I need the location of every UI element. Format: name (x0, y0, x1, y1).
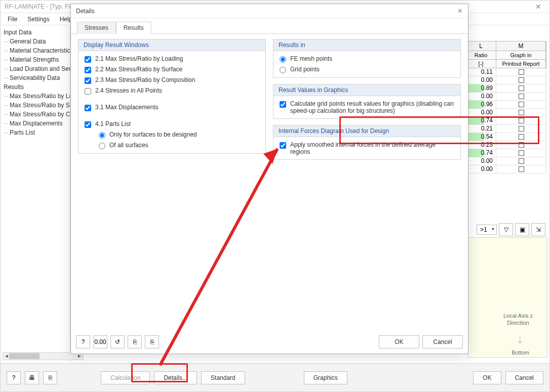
nav-item-parts-list[interactable]: Parts List (1, 128, 70, 137)
group-internal-forces: Internal Forces Diagram Used for Design … (273, 125, 461, 160)
window-close-icon[interactable]: ✕ (531, 3, 545, 11)
filter-select[interactable]: >1 (477, 225, 497, 235)
nav-item-max-loading[interactable]: Max Stress/Ratio by Lo (1, 92, 70, 101)
table-row[interactable]: 0.96 (465, 101, 546, 109)
checkbox-cell[interactable] (496, 157, 546, 165)
checkbox-cell[interactable] (496, 133, 546, 141)
nav-item-max-composition[interactable]: Max Stress/Ratio by Co (1, 110, 70, 119)
checkbox-cell[interactable] (496, 165, 546, 173)
group-display-windows: Display Result Windows 2.1 Max Stress/Ra… (78, 39, 266, 154)
table-row[interactable]: 0.00 (465, 165, 546, 173)
table-row[interactable]: 0.00 (465, 109, 546, 117)
filter-icon[interactable]: ▽ (499, 223, 513, 236)
print-icon[interactable]: 🖶 (25, 371, 39, 384)
help-icon[interactable]: ? (7, 371, 21, 384)
dialog-button-bar: ? 0.00 ↺ ⎘ ⎘ OK Cancel (76, 335, 463, 349)
nav-item-general-data[interactable]: General Data (1, 37, 70, 46)
scroll-thumb[interactable] (9, 353, 40, 359)
checkbox-cell[interactable] (496, 68, 546, 76)
dlg-reset-icon[interactable]: ↺ (110, 335, 125, 349)
dlg-copy2-icon[interactable]: ⎘ (145, 335, 159, 349)
table-row[interactable]: 0.00 (465, 93, 546, 101)
ratio-cell: 0.00 (466, 165, 496, 173)
nav-item-serviceability[interactable]: Serviceability Data (1, 73, 70, 82)
nav-item-max-displacements[interactable]: Max Displacements (1, 119, 70, 128)
dlg-ok-button[interactable]: OK (379, 335, 419, 349)
checkbox-cell[interactable] (496, 84, 546, 92)
dlg-help-icon[interactable]: ? (76, 335, 90, 349)
checkbox-cell[interactable] (496, 141, 546, 149)
chk-calc-grid[interactable]: Calculate grid points result values for … (280, 100, 454, 114)
standard-button[interactable]: Standard (201, 371, 245, 384)
col-ratio-unit: [-] (466, 60, 496, 68)
nav-item-load-duration[interactable]: Load Duration and Serv (1, 64, 70, 73)
nav-item-material-strengths[interactable]: Material Strengths (1, 55, 70, 64)
dialog-titlebar: Details ✕ (71, 4, 468, 18)
chk-24[interactable]: 2.4 Stresses in All Points (85, 87, 259, 95)
axis-arrow-icon: ↓ (517, 332, 523, 346)
ratio-cell: 0.96 (466, 101, 496, 108)
filter-toolbar: >1 ▽ ▣ ⇲ (477, 223, 545, 236)
checkbox-cell[interactable] (496, 109, 546, 116)
checkbox-cell[interactable] (496, 93, 546, 100)
col-report: Printout Report (496, 60, 546, 68)
table-row[interactable]: 0.23 (465, 141, 546, 149)
ratio-cell: 0.23 (466, 141, 496, 149)
chk-23[interactable]: 2.3 Max Stress/Ratio by Composition (85, 76, 259, 84)
chk-31[interactable]: 3.1 Max Displacements (85, 104, 259, 111)
radio-fe-mesh[interactable]: FE mesh points (280, 55, 454, 63)
table-row[interactable]: 0.21 (465, 125, 546, 133)
tab-stresses[interactable]: Stresses (77, 22, 116, 34)
checkbox-cell[interactable] (496, 117, 546, 124)
radio-only-surfaces[interactable]: Only for surfaces to be designed (99, 131, 259, 139)
checkbox-cell[interactable] (496, 101, 546, 108)
nav-item-max-surface[interactable]: Max Stress/Ratio by Su (1, 101, 70, 110)
col-graph: Graph in (496, 51, 546, 59)
table-row[interactable]: 0.74 (465, 117, 546, 125)
dlg-cancel-button[interactable]: Cancel (422, 335, 463, 349)
radio-grid-points[interactable]: Grid points (280, 66, 454, 73)
group-result-values: Result Values in Graphics Calculate grid… (273, 84, 461, 119)
chk-22[interactable]: 2.2 Max Stress/Ratio by Surface (85, 66, 259, 73)
export-report-icon[interactable]: ⎘ (43, 371, 57, 384)
checkbox-cell[interactable] (496, 149, 546, 157)
dialog-close-icon[interactable]: ✕ (457, 7, 463, 15)
table-row[interactable]: 0.11 (465, 68, 546, 76)
chart-icon[interactable]: ▣ (515, 223, 529, 236)
nav-tree: Input Data General Data Material Charact… (1, 26, 70, 361)
menu-file[interactable]: File (4, 15, 21, 24)
ratio-cell: 0.54 (466, 133, 496, 141)
dlg-precision-icon[interactable]: 0.00 (93, 335, 107, 349)
graphics-button[interactable]: Graphics (304, 371, 347, 384)
axis-label: Local Axis z Direction (498, 312, 538, 327)
checkbox-cell[interactable] (496, 125, 546, 133)
export-icon[interactable]: ⇲ (531, 223, 545, 236)
nav-group-input[interactable]: Input Data (1, 28, 70, 37)
tab-results[interactable]: Results (116, 22, 151, 34)
cancel-button[interactable]: Cancel (505, 371, 543, 384)
ratio-cell: 0.00 (466, 157, 496, 165)
table-row[interactable]: 0.54 (465, 133, 546, 141)
menu-settings[interactable]: Settings (23, 15, 53, 24)
table-row[interactable]: 0.89 (465, 84, 546, 93)
table-row[interactable]: 0.00 (465, 157, 546, 165)
chk-smoothed-forces[interactable]: Apply smoothed internal forces in the de… (280, 141, 454, 155)
nav-item-material-characteristics[interactable]: Material Characteristics (1, 46, 70, 55)
chk-41[interactable]: 4.1 Parts List (85, 120, 259, 128)
nav-group-results[interactable]: Results (1, 82, 70, 92)
radio-all-surfaces[interactable]: Of all surfaces (99, 142, 259, 149)
ok-button[interactable]: OK (473, 371, 501, 384)
checkbox-cell[interactable] (496, 76, 546, 84)
col-l: L (466, 41, 496, 51)
table-row[interactable]: 0.00 (465, 76, 546, 84)
ratio-cell: 0.74 (466, 117, 496, 124)
ratio-cell: 0.21 (466, 125, 496, 133)
chk-21[interactable]: 2.1 Max Stress/Ratio by Loading (85, 55, 259, 63)
table-row[interactable]: 0.74 (465, 149, 546, 157)
col-m: M (496, 41, 546, 51)
dialog-title: Details (76, 8, 457, 15)
details-button[interactable]: Details... (154, 371, 197, 384)
group-results-in: Results in FE mesh points Grid points (273, 39, 461, 78)
calculation-button[interactable]: Calculation (101, 371, 150, 384)
dlg-copy1-icon[interactable]: ⎘ (128, 335, 142, 349)
